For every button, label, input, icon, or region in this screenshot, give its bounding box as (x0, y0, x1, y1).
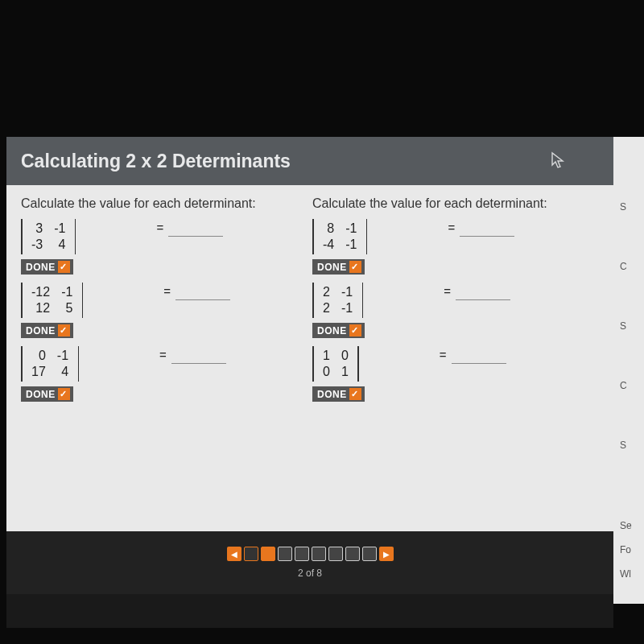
problem-r1: 8-1-4-1 = DONE✓ (312, 219, 599, 275)
problem-r3: 1001 = DONE✓ (312, 346, 599, 402)
check-icon: ✓ (58, 388, 70, 400)
side-text: C (620, 261, 641, 272)
answer-input-l3[interactable] (171, 349, 226, 364)
next-page-button[interactable]: ▶ (379, 547, 394, 561)
page-counter: 2 of 8 (298, 568, 322, 579)
header-bar: Calculating 2 x 2 Determinants (6, 137, 613, 185)
side-text: Se (620, 520, 641, 531)
prev-page-button[interactable]: ◀ (227, 547, 242, 561)
content-area: Calculate the value for each determinant… (6, 185, 613, 531)
page-indicator-4[interactable] (295, 547, 309, 561)
equals-symbol: = (163, 283, 171, 298)
prompt-left: Calculate the value for each determinant… (21, 196, 308, 211)
matrix-r3: 1001 (312, 346, 359, 382)
done-button-r1[interactable]: DONE✓ (312, 259, 365, 275)
check-icon: ✓ (349, 388, 361, 400)
problem-l2: -12-1125 = DONE✓ (21, 283, 308, 338)
matrix-r1: 8-1-4-1 (312, 219, 367, 254)
page-indicator-7[interactable] (345, 547, 360, 561)
side-text: Wl (620, 568, 641, 580)
app-window: Calculating 2 x 2 Determinants Calculate… (6, 137, 613, 628)
answer-input-r1[interactable] (460, 222, 514, 237)
problem-l3: 0-1174 = DONE✓ (21, 346, 308, 402)
cursor-icon (551, 151, 565, 173)
matrix-l1: 3-1-34 (21, 219, 76, 254)
page-indicator-1[interactable] (244, 547, 258, 561)
page-indicator-2[interactable] (261, 547, 275, 561)
side-text: S (620, 320, 641, 332)
equals-symbol: = (444, 283, 451, 298)
done-button-l2[interactable]: DONE✓ (21, 323, 73, 338)
footer-bar: ◀ ▶ 2 of 8 (6, 531, 613, 594)
page-indicator-3[interactable] (278, 547, 292, 561)
answer-input-l2[interactable] (175, 286, 230, 300)
page-indicator-5[interactable] (312, 547, 326, 561)
done-button-r3[interactable]: DONE✓ (312, 386, 365, 402)
matrix-l3: 0-1174 (21, 346, 79, 382)
equals-symbol: = (440, 346, 447, 361)
right-column: Calculate the value for each determinant… (308, 196, 599, 523)
matrix-l2: -12-1125 (21, 283, 83, 318)
equals-symbol: = (159, 346, 167, 361)
side-text: S (620, 440, 641, 451)
answer-input-l1[interactable] (168, 222, 223, 237)
page-nav: ◀ ▶ (227, 547, 394, 561)
matrix-r2: 2-12-1 (312, 283, 363, 318)
problem-l1: 3-1-34 = DONE✓ (21, 219, 308, 275)
answer-input-r2[interactable] (456, 286, 510, 300)
side-text: C (620, 380, 641, 391)
check-icon: ✓ (58, 261, 70, 273)
side-text: Fo (620, 544, 641, 555)
answer-input-r3[interactable] (452, 349, 506, 364)
page-indicator-8[interactable] (362, 547, 377, 561)
done-button-r2[interactable]: DONE✓ (312, 323, 365, 338)
screen: Calculating 2 x 2 Determinants Calculate… (0, 0, 644, 644)
check-icon: ✓ (58, 324, 70, 336)
side-text: S (620, 201, 641, 213)
check-icon: ✓ (349, 324, 361, 336)
page-title: Calculating 2 x 2 Determinants (21, 151, 291, 172)
done-button-l3[interactable]: DONE✓ (21, 386, 73, 402)
equals-symbol: = (448, 219, 455, 234)
side-panel: S C S C S Se Fo Wl (613, 137, 644, 604)
check-icon: ✓ (349, 261, 361, 273)
problem-r2: 2-12-1 = DONE✓ (312, 283, 599, 338)
prompt-right: Calculate the value for each determinant… (312, 196, 599, 211)
done-button-l1[interactable]: DONE✓ (21, 259, 73, 275)
left-column: Calculate the value for each determinant… (21, 196, 308, 523)
equals-symbol: = (156, 219, 163, 234)
page-indicator-6[interactable] (328, 547, 343, 561)
